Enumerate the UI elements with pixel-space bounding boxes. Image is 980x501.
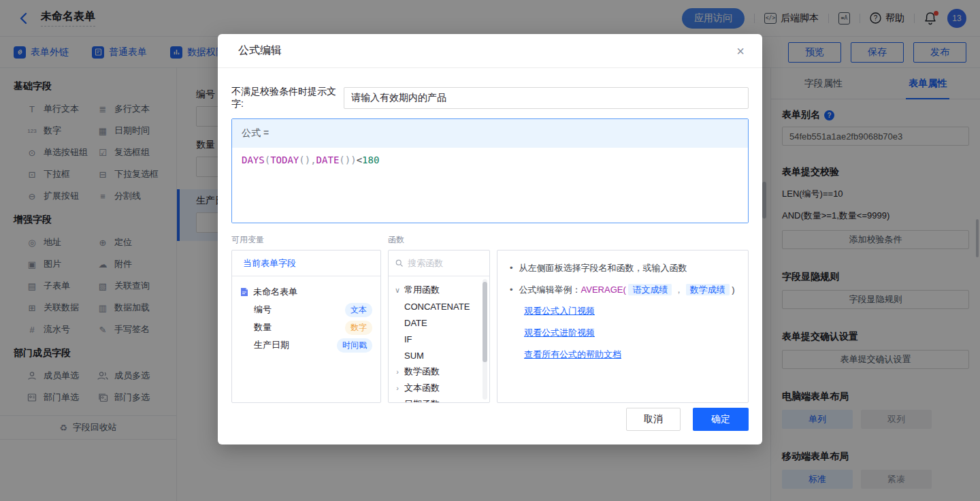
link-advanced-video[interactable]: 观看公式进阶视频 — [524, 327, 736, 339]
formula-code-area[interactable]: DAYS(TODAY(),DATE())<180 — [232, 148, 748, 223]
function-item-if[interactable]: IF — [394, 331, 483, 347]
function-item-sum[interactable]: SUM — [394, 347, 483, 363]
current-form-fields-tab[interactable]: 当前表单字段 — [232, 251, 380, 276]
type-badge-number: 数字 — [345, 321, 372, 335]
close-icon[interactable]: × — [736, 44, 745, 58]
variables-form-node[interactable]: 未命名表单 — [240, 283, 372, 301]
variables-panel: 当前表单字段 未命名表单 编号 文本 数量 数字 生产日期 — [231, 250, 381, 403]
functions-panel-title: 函数 — [388, 234, 497, 246]
file-icon — [240, 287, 248, 297]
formula-prefix: 公式 = — [232, 119, 748, 148]
function-item-date[interactable]: DATE — [394, 314, 483, 331]
help-tip-2: 公式编辑举例：AVERAGE( 语文成绩 ， 数学成绩 ) — [519, 283, 735, 296]
function-group-text[interactable]: ›文本函数 — [394, 380, 483, 396]
bullet: • — [510, 261, 513, 274]
type-badge-timestamp: 时间戳 — [337, 338, 372, 353]
bullet: • — [510, 283, 513, 296]
function-item-concatenate[interactable]: CONCATENATE — [394, 298, 483, 314]
field-chip: 语文成绩 — [628, 284, 672, 295]
cancel-button[interactable]: 取消 — [626, 408, 681, 431]
tip-message-input[interactable] — [344, 87, 749, 109]
formula-edit-dialog: 公式编辑 × 不满足校验条件时提示文字: 公式 = DAYS(TODAY(),D… — [218, 34, 762, 445]
function-search-input[interactable] — [408, 258, 483, 268]
variables-panel-title: 可用变量 — [231, 234, 388, 246]
functions-panel: ∨常用函数 CONCATENATE DATE IF SUM ›数学函数 ›文本函… — [388, 250, 490, 403]
functions-scrollbar-thumb[interactable] — [483, 282, 487, 362]
formula-editor: 公式 = DAYS(TODAY(),DATE())<180 — [231, 118, 749, 223]
formula-help-panel: •从左侧面板选择字段名和函数，或输入函数 •公式编辑举例：AVERAGE( 语文… — [497, 250, 749, 403]
chevron-right-icon: › — [394, 384, 401, 392]
link-intro-video[interactable]: 观看公式入门视频 — [524, 305, 736, 317]
tip-label: 不满足校验条件时提示文字: — [231, 86, 344, 110]
chevron-down-icon: ∨ — [394, 286, 401, 295]
variable-row-number[interactable]: 编号 文本 — [240, 301, 372, 319]
link-help-docs[interactable]: 查看所有公式的帮助文档 — [524, 349, 736, 361]
confirm-button[interactable]: 确定 — [693, 408, 749, 431]
variable-row-quantity[interactable]: 数量 数字 — [240, 319, 372, 336]
field-chip: 数学成绩 — [686, 284, 730, 295]
function-group-common[interactable]: ∨常用函数 — [394, 282, 483, 298]
help-tip-1: 从左侧面板选择字段名和函数，或输入函数 — [519, 261, 687, 274]
search-icon — [395, 259, 403, 268]
type-badge-text: 文本 — [345, 303, 372, 317]
function-group-math[interactable]: ›数学函数 — [394, 363, 483, 380]
variable-row-production-date[interactable]: 生产日期 时间戳 — [240, 336, 372, 354]
chevron-right-icon: › — [394, 368, 401, 376]
dialog-title: 公式编辑 — [238, 44, 282, 58]
